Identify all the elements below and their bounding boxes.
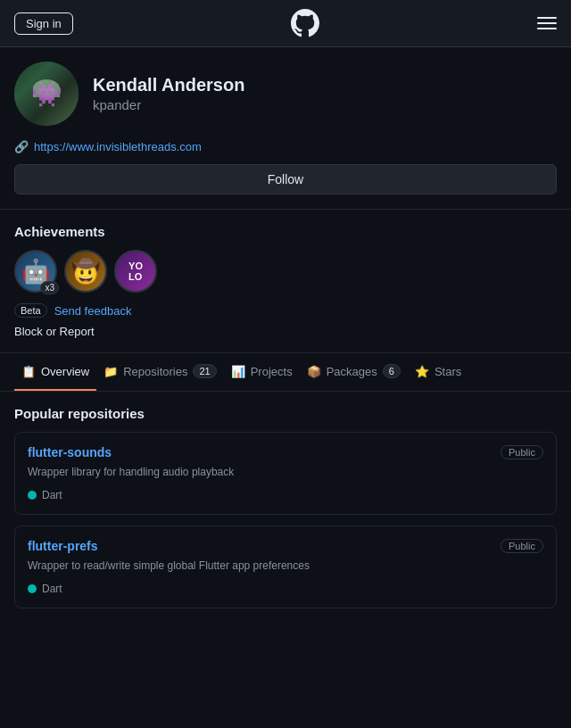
tab-packages[interactable]: 📦 Packages 6 <box>300 353 408 391</box>
packages-count: 6 <box>383 364 401 378</box>
website-link[interactable]: 🔗 https://www.invisiblethreads.com <box>14 140 557 153</box>
tabs-nav: 📋 Overview 📁 Repositories 21 📊 Projects … <box>0 353 571 392</box>
yolo-badge-text: YOLO <box>128 261 143 282</box>
website-url: https://www.invisiblethreads.com <box>34 140 202 153</box>
sign-in-button[interactable]: Sign in <box>14 12 73 35</box>
achievements-section: Achievements 🤖 x3 🤠 YOLO Beta Send feedb… <box>0 210 571 353</box>
popular-repos-title: Popular repositories <box>14 406 557 421</box>
packages-icon: 📦 <box>307 365 321 378</box>
repo-name-flutter-prefs[interactable]: flutter-prefs <box>28 539 98 553</box>
achievement-badge-yolo[interactable]: YOLO <box>114 250 157 293</box>
tab-projects-label: Projects <box>251 365 293 378</box>
profile-username: kpander <box>93 97 244 112</box>
achievements-row: 🤖 x3 🤠 YOLO <box>14 250 557 293</box>
link-icon: 🔗 <box>14 140 29 153</box>
repo-card-flutter-prefs: flutter-prefs Public Wrapper to read/wri… <box>14 525 557 608</box>
repositories-count: 21 <box>193 364 216 378</box>
tab-projects[interactable]: 📊 Projects <box>224 353 300 391</box>
repo-lang-label-flutter-prefs: Dart <box>42 583 62 595</box>
dart-lang-dot-prefs <box>28 584 37 593</box>
achievements-title: Achievements <box>14 224 557 239</box>
repo-top: flutter-sounds Public <box>28 445 543 459</box>
tab-packages-label: Packages <box>327 365 377 378</box>
block-report-link[interactable]: Block or Report <box>14 325 557 338</box>
profile-name: Kendall Anderson <box>93 75 244 95</box>
achievement-badge-cowboy[interactable]: 🤠 <box>64 250 107 293</box>
tab-repositories-label: Repositories <box>123 365 187 378</box>
repo-name-flutter-sounds[interactable]: flutter-sounds <box>28 445 112 459</box>
header: Sign in <box>0 0 571 47</box>
repo-lang-label-flutter-sounds: Dart <box>42 489 62 501</box>
repo-desc-flutter-sounds: Wrapper library for handling audio playb… <box>28 465 543 480</box>
cowboy-badge-emoji: 🤠 <box>71 258 100 285</box>
hamburger-menu-icon[interactable] <box>537 17 557 29</box>
repo-desc-flutter-prefs: Wrapper to read/write simple global Flut… <box>28 558 543 574</box>
github-logo-icon <box>291 9 319 37</box>
overview-icon: 📋 <box>21 365 36 378</box>
repo-visibility-flutter-sounds: Public <box>501 445 543 459</box>
profile-info: Kendall Anderson kpander <box>93 75 244 112</box>
projects-icon: 📊 <box>231 365 245 378</box>
repo-card-flutter-sounds: flutter-sounds Public Wrapper library fo… <box>14 432 557 515</box>
repo-visibility-flutter-prefs: Public <box>501 539 543 553</box>
stars-icon: ⭐ <box>415 365 429 378</box>
beta-badge: Beta <box>14 303 47 318</box>
tab-repositories[interactable]: 📁 Repositories 21 <box>96 353 224 391</box>
main-content: Popular repositories flutter-sounds Publ… <box>0 392 571 633</box>
profile-section: Kendall Anderson kpander 🔗 https://www.i… <box>0 47 571 210</box>
send-feedback-link[interactable]: Send feedback <box>54 304 132 318</box>
repo-top-prefs: flutter-prefs Public <box>28 539 543 553</box>
arctic-badge-count: x3 <box>40 281 59 294</box>
follow-button[interactable]: Follow <box>14 164 557 194</box>
tab-overview-label: Overview <box>41 365 89 378</box>
tab-overview[interactable]: 📋 Overview <box>14 353 96 391</box>
tab-stars-label: Stars <box>434 365 461 378</box>
achievement-badge-arctic[interactable]: 🤖 x3 <box>14 250 57 293</box>
profile-top: Kendall Anderson kpander <box>14 62 557 126</box>
dart-lang-dot <box>28 491 37 500</box>
avatar <box>14 62 79 126</box>
tab-stars[interactable]: ⭐ Stars <box>408 353 468 391</box>
repositories-icon: 📁 <box>103 365 118 378</box>
repo-lang-flutter-prefs: Dart <box>28 583 543 595</box>
repo-lang-flutter-sounds: Dart <box>28 489 543 501</box>
beta-row: Beta Send feedback <box>14 303 557 318</box>
